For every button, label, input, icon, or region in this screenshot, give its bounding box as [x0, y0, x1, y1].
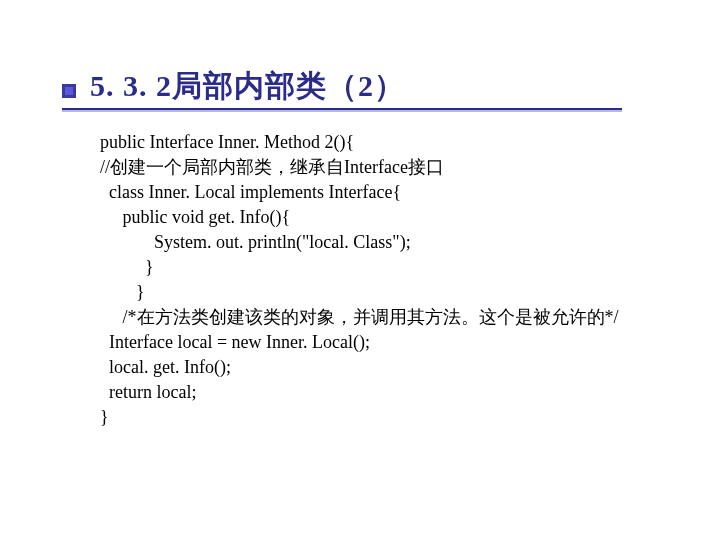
code-line: Interface local = new Inner. Local(); [100, 332, 370, 352]
code-line: } [100, 282, 145, 302]
code-line: } [100, 407, 109, 427]
code-line: //创建一个局部内部类，继承自Interface接口 [100, 157, 444, 177]
code-line: } [100, 257, 154, 277]
code-line: /*在方法类创建该类的对象，并调用其方法。这个是被允许的*/ [100, 307, 619, 327]
code-line: System. out. println("local. Class"); [100, 232, 411, 252]
code-line: return local; [100, 382, 196, 402]
code-line: local. get. Info(); [100, 357, 231, 377]
code-line: public Interface Inner. Method 2(){ [100, 132, 354, 152]
code-line: class Inner. Local implements Interface{ [100, 182, 401, 202]
bullet-icon [62, 84, 76, 98]
code-block: public Interface Inner. Method 2(){ //创建… [100, 130, 619, 430]
title-row: 5. 3. 2局部内部类（2） [62, 66, 405, 107]
title-underline [62, 108, 622, 112]
slide: 5. 3. 2局部内部类（2） public Interface Inner. … [0, 0, 720, 540]
slide-title: 5. 3. 2局部内部类（2） [90, 66, 405, 107]
code-line: public void get. Info(){ [100, 207, 290, 227]
